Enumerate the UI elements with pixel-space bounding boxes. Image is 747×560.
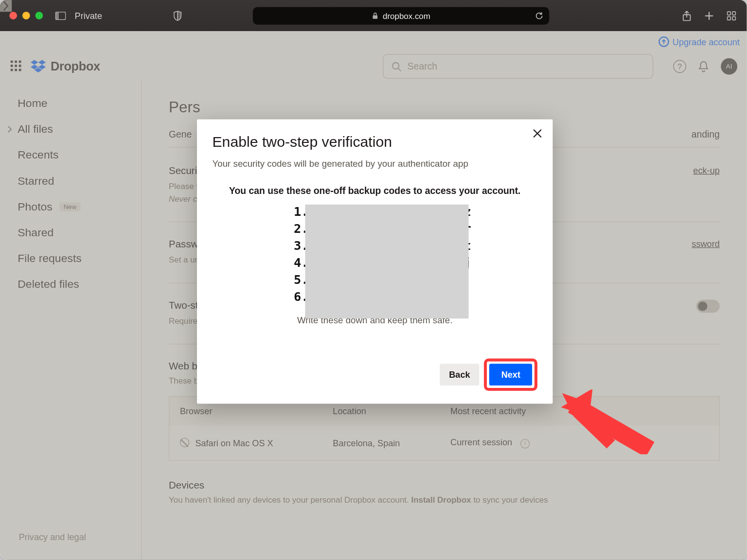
back-button[interactable]: Back <box>440 364 480 385</box>
new-tab-icon[interactable] <box>703 10 715 21</box>
app-root: Upgrade account Dropbox Search ? <box>0 31 747 560</box>
svg-rect-2 <box>373 15 377 18</box>
svg-rect-1 <box>56 12 59 19</box>
next-button[interactable]: Next <box>489 364 532 385</box>
backup-codes: 1. ifkp2. nwh83. lkgx4. iw8h5. 970l6. kr… <box>212 205 537 307</box>
highlight-annotation: Next <box>484 358 537 390</box>
forward-icon <box>0 0 12 12</box>
sidebar-toggle-icon[interactable] <box>54 10 66 21</box>
close-window-icon[interactable] <box>9 12 17 19</box>
address-text: dropbox.com <box>383 11 430 20</box>
modal-title: Enable two-step verification <box>212 133 537 150</box>
svg-rect-4 <box>728 12 731 15</box>
close-icon[interactable] <box>533 129 542 138</box>
two-step-modal: Enable two-step verification Your securi… <box>197 119 552 403</box>
redaction-overlay <box>305 205 468 319</box>
fullscreen-window-icon[interactable] <box>36 12 43 19</box>
modal-lead: You can use these one-off backup codes t… <box>212 186 537 196</box>
browser-window: Private dropbox.com <box>0 0 747 560</box>
window-controls[interactable] <box>9 12 43 19</box>
minimize-window-icon[interactable] <box>22 12 30 19</box>
svg-rect-6 <box>728 17 731 20</box>
private-badge: Private <box>75 11 102 21</box>
tab-overview-icon[interactable] <box>726 10 737 21</box>
svg-rect-5 <box>732 12 736 15</box>
share-icon[interactable] <box>681 10 693 21</box>
shield-icon[interactable] <box>172 10 183 21</box>
modal-subtitle: Your security codes will be generated by… <box>212 158 537 169</box>
address-bar[interactable]: dropbox.com <box>253 7 549 24</box>
reload-icon[interactable] <box>535 12 544 20</box>
lock-icon <box>372 12 378 19</box>
browser-chrome: Private dropbox.com <box>0 0 747 31</box>
svg-rect-7 <box>732 17 736 20</box>
